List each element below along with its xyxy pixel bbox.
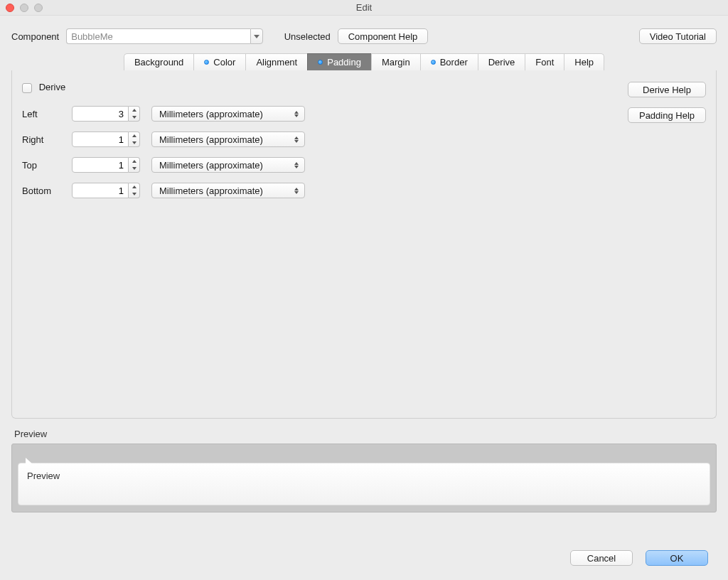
bottom-label: Bottom xyxy=(22,186,65,196)
stepper-up-icon[interactable] xyxy=(129,107,139,114)
right-label: Right xyxy=(22,134,65,145)
tab-label: Font xyxy=(535,57,554,68)
titlebar: Edit xyxy=(0,0,728,16)
tab-color[interactable]: Color xyxy=(193,53,245,70)
top-stepper[interactable] xyxy=(129,157,140,173)
component-label: Component xyxy=(11,31,59,42)
edit-window: Edit Component Unselected Component Help… xyxy=(0,0,728,580)
bottom-unit-select[interactable]: Millimeters (approximate) xyxy=(151,183,305,198)
content-area: Component Unselected Component Help Vide… xyxy=(0,16,728,520)
tab-font[interactable]: Font xyxy=(525,53,564,70)
stepper-down-icon[interactable] xyxy=(129,190,139,198)
select-value: Millimeters (approximate) xyxy=(159,160,263,171)
tab-label: Background xyxy=(134,57,183,68)
preview-box: Preview xyxy=(11,444,717,512)
tab-label: Padding xyxy=(327,57,361,68)
derive-checkbox[interactable] xyxy=(22,83,32,93)
stepper-down-icon[interactable] xyxy=(129,165,139,172)
tab-alignment[interactable]: Alignment xyxy=(245,53,307,70)
padding-panel: Derive Derive Help Padding Help Left xyxy=(11,70,717,419)
video-tutorial-button[interactable]: Video Tutorial xyxy=(639,28,717,44)
component-input[interactable] xyxy=(66,28,250,44)
select-value: Millimeters (approximate) xyxy=(159,186,263,196)
top-row: Component Unselected Component Help Vide… xyxy=(11,28,717,44)
component-help-button[interactable]: Component Help xyxy=(338,28,429,44)
ok-button[interactable]: OK xyxy=(646,550,708,566)
tab-label: Derive xyxy=(488,57,515,68)
window-title: Edit xyxy=(0,2,728,13)
tab-background[interactable]: Background xyxy=(124,53,193,70)
top-unit-select[interactable]: Millimeters (approximate) xyxy=(151,157,305,173)
indicator-dot-icon xyxy=(431,60,436,65)
derive-row: Derive xyxy=(22,82,65,93)
select-value: Millimeters (approximate) xyxy=(159,109,263,119)
tab-label: Border xyxy=(440,57,468,68)
select-arrows-icon xyxy=(293,162,300,168)
tabstrip: Background Color Alignment Padding Margi… xyxy=(124,53,604,70)
left-unit-select[interactable]: Millimeters (approximate) xyxy=(151,106,305,122)
indicator-dot-icon xyxy=(204,60,209,65)
stepper-up-icon[interactable] xyxy=(129,132,139,139)
cancel-button[interactable]: Cancel xyxy=(570,550,633,566)
tab-border[interactable]: Border xyxy=(420,53,478,70)
preview-bubble-text: Preview xyxy=(27,471,60,481)
chevron-down-icon xyxy=(254,35,259,38)
tab-derive[interactable]: Derive xyxy=(478,53,525,70)
left-input[interactable] xyxy=(72,106,129,122)
bottom-input[interactable] xyxy=(72,183,129,198)
tabs: Background Color Alignment Padding Margi… xyxy=(11,53,717,71)
bottom-stepper[interactable] xyxy=(129,183,140,198)
stepper-down-icon[interactable] xyxy=(129,114,139,121)
stepper-down-icon[interactable] xyxy=(129,139,139,146)
left-stepper[interactable] xyxy=(129,106,140,122)
derive-help-button[interactable]: Derive Help xyxy=(628,82,706,97)
right-input[interactable] xyxy=(72,131,129,147)
stepper-up-icon[interactable] xyxy=(129,158,139,165)
select-arrows-icon xyxy=(293,136,300,143)
derive-label: Derive xyxy=(39,82,66,92)
indicator-dot-icon xyxy=(318,60,323,65)
tab-label: Help xyxy=(574,57,594,68)
stepper-up-icon[interactable] xyxy=(129,183,139,190)
dialog-footer: Cancel OK xyxy=(570,550,708,566)
top-label: Top xyxy=(22,160,65,171)
select-value: Millimeters (approximate) xyxy=(159,134,263,145)
tab-help[interactable]: Help xyxy=(564,53,604,70)
right-stepper[interactable] xyxy=(129,131,140,147)
left-label: Left xyxy=(22,109,65,119)
tab-label: Margin xyxy=(382,57,410,68)
tab-margin[interactable]: Margin xyxy=(371,53,420,70)
unselected-label: Unselected xyxy=(284,31,331,42)
left-spinner[interactable] xyxy=(72,106,144,122)
select-arrows-icon xyxy=(293,111,300,117)
tab-label: Color xyxy=(213,57,235,68)
bottom-spinner[interactable] xyxy=(72,183,144,198)
tab-padding[interactable]: Padding xyxy=(307,53,371,70)
tab-label: Alignment xyxy=(256,57,297,68)
top-spinner[interactable] xyxy=(72,157,144,173)
preview-section-label: Preview xyxy=(14,429,717,439)
padding-help-button[interactable]: Padding Help xyxy=(628,107,706,123)
select-arrows-icon xyxy=(293,188,300,194)
right-spinner[interactable] xyxy=(72,131,144,147)
right-unit-select[interactable]: Millimeters (approximate) xyxy=(151,131,305,147)
component-combo[interactable] xyxy=(66,28,262,44)
top-input[interactable] xyxy=(72,157,129,173)
preview-bubble: Preview xyxy=(18,463,710,505)
component-dropdown-button[interactable] xyxy=(250,28,263,44)
